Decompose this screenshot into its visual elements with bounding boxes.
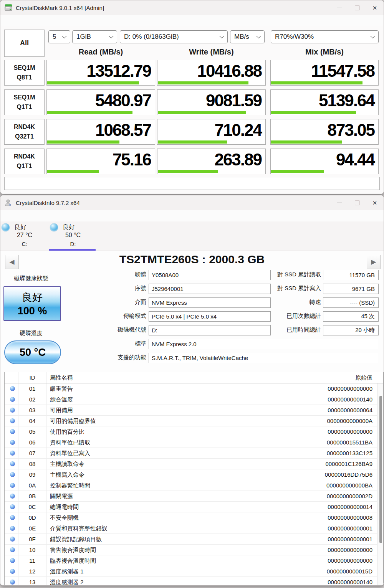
mix-ratio-select[interactable]: R70%/W30% (271, 30, 379, 43)
可用備用[interactable]: 03 可用備用 00000000000064 (5, 405, 383, 416)
benchmark-row: RND4K Q32T1 1068.57 710.24 873.05 (0, 119, 384, 145)
chevron-down-icon (256, 33, 261, 38)
temperature-label: 硬碟溫度 (0, 330, 62, 337)
write-result-cell[interactable]: 263.89 (157, 149, 266, 174)
錯誤資訊記錄項目數[interactable]: 0F 錯誤資訊記錄項目數 00000000000001 (5, 534, 383, 545)
attribute-status-orb-icon (10, 483, 15, 488)
總通電時間[interactable]: 0C 總通電時間 00000000000014 (5, 502, 383, 512)
可用的備用臨界值[interactable]: 04 可用的備用臨界值 0000000000000A (5, 416, 383, 426)
cdi-titlebar: CrystalDiskInfo 9.7.2 x64 ✕ (0, 195, 384, 210)
drive-health-orb-icon (50, 223, 58, 231)
read-result-cell[interactable]: 75.16 (46, 149, 155, 174)
資料單位已寫入[interactable]: 07 資料單位已寫入 0000000133C125 (5, 448, 383, 459)
cdi-menubar (0, 210, 384, 222)
關閉電源[interactable]: 0B 關閉電源 0000000000002D (5, 491, 383, 502)
主機寫入命令[interactable]: 09 主機寫入命令 00000016DD75D6 (5, 469, 383, 480)
read-result-bar (47, 111, 132, 114)
crystaldiskmark-app-icon (4, 3, 13, 12)
drive-tab[interactable]: 良好 50 °C D: (49, 221, 97, 251)
不安全關機[interactable]: 0D 不安全關機 00000000000008 (5, 512, 383, 523)
read-result-cell[interactable]: 13512.79 (46, 60, 155, 86)
temperature-value: 50 °C (20, 347, 46, 358)
嚴重警告[interactable]: 01 嚴重警告 00000000000000 (5, 383, 383, 394)
read-column-header: Read (MB/s) (46, 48, 155, 56)
mix-result-bar (271, 140, 342, 144)
介質和資料完整性錯誤[interactable]: 0E 介質和資料完整性錯誤 00000000000001 (5, 523, 383, 534)
test-count-select[interactable]: 5 (48, 30, 70, 43)
test-type-button[interactable]: RND4K Q1T1 (4, 149, 45, 174)
scrollbar-thumb[interactable] (379, 396, 382, 543)
cdi-main-panel: ◀ ▶ TS2TMTE260S : 2000.3 GB 磁碟健康狀態 良好 10… (0, 251, 384, 585)
health-status-text: 良好 (22, 291, 43, 304)
write-result-cell[interactable]: 710.24 (157, 119, 266, 145)
cdm-comment-box[interactable] (4, 177, 380, 190)
溫度感測器 2[interactable]: 13 溫度感測器 2 00000000000140 (5, 577, 383, 586)
chevron-down-icon (109, 33, 114, 38)
read-result-bar (47, 170, 99, 173)
cdm-menubar (0, 15, 384, 27)
attribute-status-orb-icon (10, 580, 15, 585)
drive-model-title: TS2TMTE260S : 2000.3 GB (0, 253, 384, 266)
info-field-value: NVM Express 2.0 (149, 339, 378, 349)
控制器繁忙時間[interactable]: 0A 控制器繁忙時間 000000000000BA (5, 480, 383, 491)
smart-table-rows: 01 嚴重警告 00000000000000 02 綜合溫度 000000000… (5, 383, 383, 586)
write-result-cell[interactable]: 9081.59 (157, 89, 266, 115)
主機讀取命令[interactable]: 08 主機讀取命令 0000001C126BA9 (5, 459, 383, 469)
drive-tab[interactable]: 良好 27 °C C: (0, 221, 49, 251)
溫度感測器 1[interactable]: 12 溫度感測器 1 0000000000015D (5, 566, 383, 577)
attribute-status-orb-icon (10, 429, 15, 434)
read-result-bar (47, 81, 139, 84)
attribute-status-orb-icon (10, 418, 15, 423)
smart-header-raw: 原始值 (355, 374, 372, 382)
read-result-cell[interactable]: 5480.97 (46, 89, 155, 115)
crystaldiskinfo-app-icon (4, 198, 13, 207)
attribute-status-orb-icon (10, 569, 15, 574)
smart-header-name: 屬性名稱 (50, 374, 73, 382)
benchmark-row: SEQ1M Q8T1 13512.79 10416.88 11547.58 (0, 60, 384, 86)
drive-health-orb-icon (2, 223, 10, 231)
mix-result-bar (271, 111, 356, 114)
units-select[interactable]: MB/s (230, 30, 265, 43)
write-column-header: Write (MB/s) (157, 48, 266, 56)
使用的百分比[interactable]: 05 使用的百分比 00000000000000 (5, 426, 383, 437)
cdi-close-button[interactable]: ✕ (366, 195, 384, 210)
mix-result-cell[interactable]: 11547.58 (270, 60, 379, 86)
benchmark-row: SEQ1M Q1T1 5480.97 9081.59 5139.64 (0, 89, 384, 115)
mix-result-cell[interactable]: 873.05 (270, 119, 379, 145)
health-status-label: 磁碟健康狀態 (0, 275, 62, 282)
attribute-status-orb-icon (10, 547, 15, 552)
test-size-select[interactable]: 1GiB (72, 30, 117, 43)
write-result-bar (158, 81, 248, 84)
cdi-maximize-button[interactable] (348, 195, 366, 210)
mix-result-cell[interactable]: 5139.64 (270, 89, 379, 115)
write-result-cell[interactable]: 10416.88 (157, 60, 266, 86)
smart-table-scrollbar[interactable] (377, 383, 383, 586)
cdm-maximize-button[interactable] (348, 0, 366, 15)
test-type-button[interactable]: SEQ1M Q8T1 (4, 60, 45, 86)
臨界複合溫度時間[interactable]: 11 臨界複合溫度時間 00000000000000 (5, 555, 383, 566)
attribute-status-orb-icon (10, 451, 15, 456)
test-type-button[interactable]: RND4K Q32T1 (4, 119, 45, 145)
benchmark-row: RND4K Q1T1 75.16 263.89 94.44 (0, 149, 384, 174)
cdm-window-title: CrystalDiskMark 9.0.1 x64 [Admin] (16, 5, 104, 11)
write-result-bar (158, 140, 227, 144)
smart-table-header: ID 屬性名稱 原始值 (5, 372, 383, 383)
info-field-value: 11570 GB (323, 270, 379, 280)
read-result-cell[interactable]: 1068.57 (46, 119, 155, 145)
test-type-button[interactable]: SEQ1M Q1T1 (4, 89, 45, 115)
target-drive-select[interactable]: D: 0% (0/1863GiB) (120, 30, 228, 43)
drive-tabs: 良好 27 °C C: 良好 50 °C D: (0, 221, 384, 251)
attribute-status-orb-icon (10, 558, 15, 563)
mix-result-cell[interactable]: 94.44 (270, 149, 379, 174)
close-icon: ✕ (372, 5, 377, 11)
active-tab-underline (49, 249, 96, 251)
資料單位已讀取[interactable]: 06 資料單位已讀取 000000015511BA (5, 437, 383, 448)
綜合溫度[interactable]: 02 綜合溫度 00000000000140 (5, 394, 383, 405)
cdi-minimize-button[interactable] (331, 195, 348, 210)
attribute-status-orb-icon (10, 461, 15, 466)
crystaldiskmark-window: CrystalDiskMark 9.0.1 x64 [Admin] ✕ All … (0, 0, 384, 194)
health-status-button[interactable]: 良好 100 % (3, 286, 61, 321)
警告複合溫度時間[interactable]: 10 警告複合溫度時間 00000000000000 (5, 545, 383, 555)
cdm-minimize-button[interactable] (331, 0, 348, 15)
cdm-close-button[interactable]: ✕ (366, 0, 384, 15)
